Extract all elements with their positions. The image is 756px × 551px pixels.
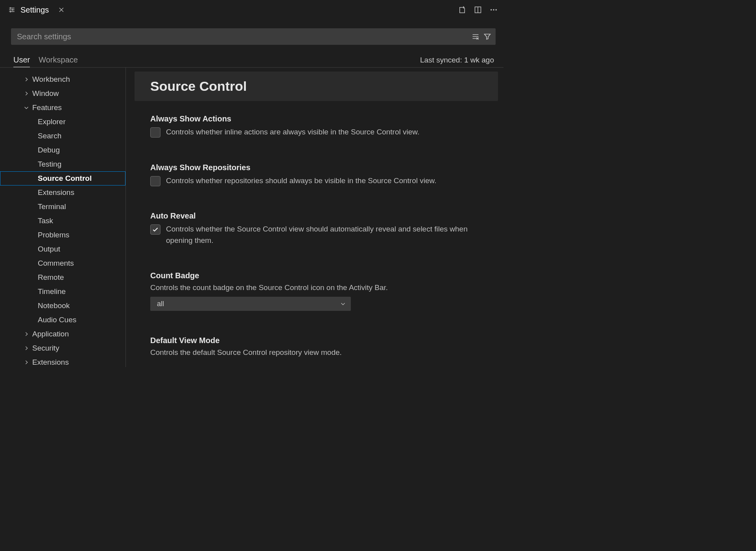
setting-default-view-mode: Default View ModeControls the default So… — [135, 331, 503, 367]
svg-point-11 — [493, 9, 494, 11]
tree-item-extensions[interactable]: Extensions — [0, 355, 125, 367]
tree-item-search[interactable]: Search — [0, 129, 125, 143]
search-settings-input[interactable] — [17, 32, 472, 41]
tree-item-label: Debug — [38, 146, 60, 154]
setting-description: Controls whether repositories should alw… — [166, 175, 437, 187]
search-section — [0, 20, 503, 49]
dropdown[interactable]: all — [150, 297, 351, 311]
chevron-right-icon — [23, 331, 30, 338]
dropdown-value: all — [157, 300, 164, 308]
tree-item-task[interactable]: Task — [0, 214, 125, 228]
tree-item-audio-cues[interactable]: Audio Cues — [0, 313, 125, 327]
setting-row: Controls whether repositories should alw… — [150, 175, 488, 187]
tree-item-label: Timeline — [38, 287, 66, 296]
sync-status[interactable]: Last synced: 1 wk ago — [420, 56, 496, 64]
tree-item-notebook[interactable]: Notebook — [0, 299, 125, 313]
more-actions-icon[interactable] — [489, 6, 498, 14]
settings-content: Source Control Always Show ActionsContro… — [126, 68, 503, 367]
tree-item-comments[interactable]: Comments — [0, 256, 125, 270]
setting-description: Controls the default Source Control repo… — [150, 348, 488, 357]
tree-item-label: Window — [32, 89, 59, 98]
tree-item-label: Search — [38, 132, 61, 140]
setting-description: Controls whether inline actions are alwa… — [166, 127, 419, 138]
tree-item-label: Workbench — [32, 75, 70, 84]
search-actions — [472, 33, 491, 40]
svg-point-12 — [496, 9, 497, 11]
setting-title: Always Show Actions — [150, 114, 488, 123]
tree-item-explorer[interactable]: Explorer — [0, 115, 125, 129]
tree-item-timeline[interactable]: Timeline — [0, 285, 125, 299]
settings-list-icon — [8, 6, 16, 14]
tree-item-label: Source Control — [38, 174, 92, 183]
editor-tabs: Settings — [0, 0, 71, 20]
tree-item-label: Terminal — [38, 202, 66, 211]
tree-item-label: Notebook — [38, 301, 70, 310]
tree-item-label: Explorer — [38, 118, 66, 126]
tree-item-label: Output — [38, 245, 60, 253]
split-editor-icon[interactable] — [474, 6, 482, 14]
tree-item-source-control[interactable]: Source Control — [0, 171, 125, 186]
chevron-right-icon — [23, 90, 30, 97]
clear-search-icon[interactable] — [472, 33, 479, 40]
tree-item-testing[interactable]: Testing — [0, 157, 125, 171]
settings-body: WorkbenchWindowFeaturesExplorerSearchDeb… — [0, 68, 503, 367]
setting-count-badge: Count BadgeControls the count badge on t… — [135, 266, 503, 319]
tree-item-terminal[interactable]: Terminal — [0, 200, 125, 214]
setting-auto-reveal: Auto RevealControls whether the Source C… — [135, 206, 503, 254]
settings-tab[interactable]: Settings — [0, 0, 71, 20]
search-settings-box[interactable] — [11, 28, 496, 45]
checkbox[interactable] — [150, 127, 160, 138]
tree-item-label: Audio Cues — [38, 316, 76, 324]
titlebar-actions — [458, 6, 498, 14]
tree-item-label: Testing — [38, 160, 61, 169]
tree-item-label: Security — [32, 344, 59, 353]
filter-icon[interactable] — [483, 33, 491, 40]
open-settings-json-icon[interactable] — [458, 6, 467, 14]
section-header: Source Control — [135, 72, 498, 101]
scope-tabs: User Workspace — [13, 53, 78, 67]
chevron-right-icon — [23, 76, 30, 83]
tree-item-label: Task — [38, 217, 53, 225]
setting-description: Controls the count badge on the Source C… — [150, 283, 488, 292]
tree-item-security[interactable]: Security — [0, 341, 125, 355]
tree-item-label: Remote — [38, 273, 64, 282]
svg-point-10 — [490, 9, 492, 11]
tree-item-label: Extensions — [38, 188, 74, 197]
setting-title: Default View Mode — [150, 336, 488, 345]
setting-title: Always Show Repositories — [150, 163, 488, 172]
setting-always-show-actions: Always Show ActionsControls whether inli… — [135, 109, 503, 146]
tree-item-remote[interactable]: Remote — [0, 270, 125, 285]
setting-always-show-repositories: Always Show RepositoriesControls whether… — [135, 158, 503, 195]
chevron-right-icon — [23, 345, 30, 352]
tree-item-features[interactable]: Features — [0, 101, 125, 115]
tree-item-problems[interactable]: Problems — [0, 228, 125, 242]
tree-item-output[interactable]: Output — [0, 242, 125, 256]
checkbox[interactable] — [150, 176, 160, 186]
checkbox[interactable] — [150, 224, 160, 235]
scope-tab-workspace[interactable]: Workspace — [39, 53, 78, 67]
chevron-right-icon — [23, 359, 30, 366]
setting-title: Count Badge — [150, 271, 488, 280]
tree-item-label: Features — [32, 103, 62, 112]
tree-item-label: Application — [32, 330, 69, 338]
setting-description: Controls whether the Source Control view… — [166, 224, 481, 246]
setting-row: Controls whether inline actions are alwa… — [150, 127, 488, 138]
scope-tab-user[interactable]: User — [13, 53, 30, 67]
settings-scope-row: User Workspace Last synced: 1 wk ago — [0, 49, 503, 68]
close-tab-button[interactable] — [57, 6, 65, 14]
titlebar: Settings — [0, 0, 503, 20]
tree-item-extensions[interactable]: Extensions — [0, 186, 125, 200]
setting-row: Controls whether the Source Control view… — [150, 224, 488, 246]
tree-item-window[interactable]: Window — [0, 86, 125, 101]
setting-title: Auto Reveal — [150, 211, 488, 220]
tree-item-workbench[interactable]: Workbench — [0, 72, 125, 86]
settings-tree: WorkbenchWindowFeaturesExplorerSearchDeb… — [0, 68, 126, 367]
chevron-down-icon — [23, 104, 30, 111]
chevron-down-icon — [340, 301, 346, 307]
tree-item-label: Problems — [38, 231, 69, 239]
tree-item-debug[interactable]: Debug — [0, 143, 125, 157]
tab-label: Settings — [20, 6, 49, 15]
tree-item-label: Extensions — [32, 358, 69, 367]
tree-item-label: Comments — [38, 259, 74, 268]
tree-item-application[interactable]: Application — [0, 327, 125, 341]
